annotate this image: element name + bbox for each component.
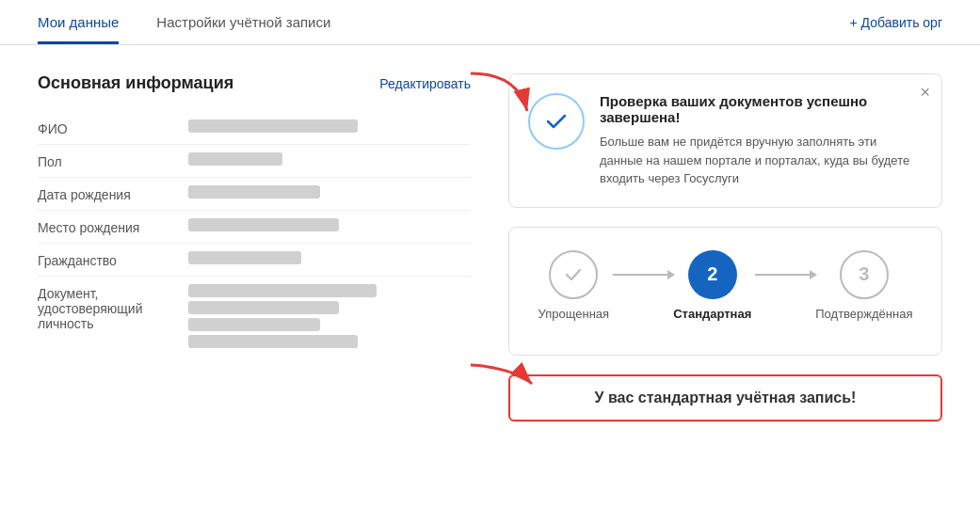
edit-link[interactable]: Редактировать — [379, 76, 471, 91]
redacted-bar — [188, 284, 377, 297]
field-label-gender: Пол — [38, 152, 188, 169]
field-label-document: Документ, удостоверяющий личность — [38, 284, 188, 331]
field-value-fio — [188, 119, 471, 133]
table-row: Пол — [38, 145, 471, 178]
field-value-gender — [188, 152, 471, 166]
table-row: Дата рождения — [38, 178, 471, 211]
field-label-fio: ФИО — [38, 119, 188, 136]
tab-my-data[interactable]: Мои данные — [38, 14, 119, 44]
step-connector-2 — [755, 274, 811, 276]
redacted-bar — [188, 152, 282, 166]
step-circle-standard: 2 — [688, 250, 737, 299]
redacted-bar — [188, 335, 358, 348]
redacted-bar — [188, 251, 301, 264]
step-label-standard: Стандартная — [673, 307, 751, 321]
header: Мои данные Настройки учётной записи + До… — [0, 0, 980, 45]
step-circle-confirmed: 3 — [840, 250, 889, 299]
close-button[interactable]: × — [920, 84, 930, 101]
checkmark-icon — [543, 108, 570, 135]
step-connector-1 — [613, 274, 669, 276]
check-circle — [528, 93, 585, 150]
verification-text: Проверка ваших документов успешно заверш… — [600, 93, 919, 188]
field-value-dob — [188, 185, 471, 199]
redacted-bar — [188, 301, 339, 314]
left-panel: Основная информация Редактировать ФИО По… — [38, 73, 471, 422]
section-header: Основная информация Редактировать — [38, 73, 471, 93]
verification-title: Проверка ваших документов успешно заверш… — [600, 93, 919, 125]
field-label-birthplace: Место рождения — [38, 218, 188, 235]
field-label-dob: Дата рождения — [38, 185, 188, 202]
status-banner: У вас стандартная учётная запись! — [508, 374, 942, 422]
main-content: Основная информация Редактировать ФИО По… — [0, 45, 980, 440]
redacted-bar — [188, 218, 339, 231]
field-value-citizenship — [188, 251, 471, 264]
field-value-document — [188, 284, 471, 348]
step-label-simplified: Упрощенная — [538, 307, 610, 321]
redacted-bar — [188, 318, 320, 331]
level-card: Упрощенная 2 Стандартная 3 Подтверждённа… — [508, 227, 942, 356]
step-check-icon — [563, 264, 584, 285]
table-row: Гражданство — [38, 244, 471, 277]
add-org-link[interactable]: + Добавить орг — [849, 15, 942, 30]
section-title: Основная информация — [38, 73, 233, 93]
table-row: Место рождения — [38, 211, 471, 244]
tab-settings[interactable]: Настройки учётной записи — [156, 14, 330, 44]
info-table: ФИО Пол Дата рождения М — [38, 112, 471, 356]
redacted-bar — [188, 119, 358, 133]
step-label-confirmed: Подтверждённая — [815, 307, 912, 321]
field-label-citizenship: Гражданство — [38, 251, 188, 268]
step-item-confirmed: 3 Подтверждённая — [815, 250, 912, 321]
verification-desc: Больше вам не придётся вручную заполнять… — [600, 133, 919, 188]
tab-bar: Мои данные Настройки учётной записи — [38, 0, 330, 44]
table-row: ФИО — [38, 112, 471, 145]
step-item-simplified: Упрощенная — [538, 250, 610, 321]
field-value-birthplace — [188, 218, 471, 231]
right-panel: Проверка ваших документов успешно заверш… — [508, 73, 942, 422]
redacted-bar — [188, 185, 320, 199]
step-circle-simplified — [549, 250, 598, 299]
verification-card: Проверка ваших документов успешно заверш… — [508, 73, 942, 208]
table-row: Документ, удостоверяющий личность — [38, 277, 471, 356]
level-steps: Упрощенная 2 Стандартная 3 Подтверждённа… — [538, 250, 913, 321]
step-item-standard: 2 Стандартная — [673, 250, 751, 321]
